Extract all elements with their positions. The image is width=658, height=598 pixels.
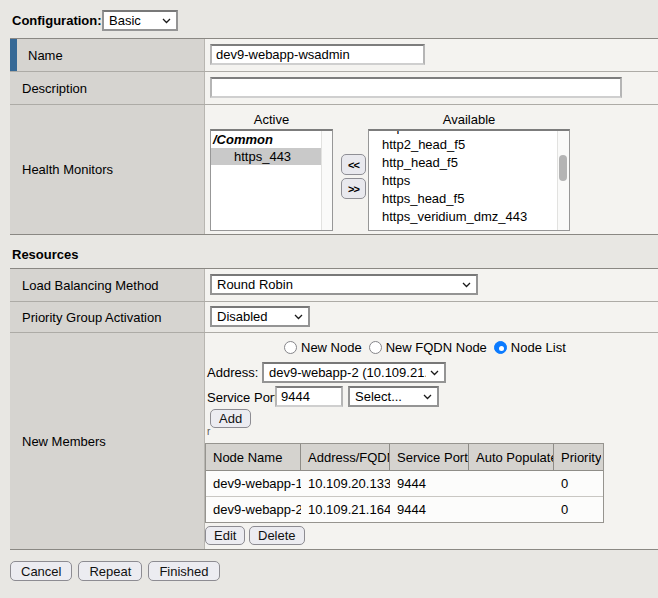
available-monitors-listbox[interactable]: http2 http2_head_f5 http_head_f5 https h… — [368, 129, 570, 231]
description-row: Description — [10, 72, 658, 105]
radio-label: New Node — [301, 340, 362, 355]
description-label: Description — [22, 81, 87, 96]
radio-new-node[interactable]: New Node — [284, 340, 362, 355]
move-to-active-button[interactable]: << — [341, 154, 366, 175]
description-input[interactable] — [210, 77, 622, 98]
radio-node-list[interactable]: Node List — [494, 340, 566, 355]
cell-node-name: dev9-webapp-2 — [206, 497, 301, 522]
cell-priority: 0 — [554, 471, 601, 496]
configuration-select-value: Basic — [109, 13, 141, 28]
members-table-header: Node Name Address/FQDN Service Port Auto… — [206, 444, 603, 471]
health-monitors-row: Health Monitors Active Available /Common… — [10, 105, 658, 235]
service-port-label: Service Port: — [207, 390, 281, 405]
available-list-label: Available — [368, 112, 570, 127]
available-monitor-item[interactable]: https_head_f5 — [369, 190, 557, 208]
header-service-port: Service Port — [390, 444, 469, 470]
available-listbox-scrollbar[interactable] — [557, 131, 569, 230]
cancel-button[interactable]: Cancel — [10, 561, 72, 581]
available-monitor-item[interactable]: http2_head_f5 — [369, 136, 557, 154]
priority-group-select[interactable]: Disabled — [210, 306, 310, 327]
radio-new-fqdn-node[interactable]: New FQDN Node — [369, 340, 487, 355]
radio-circle[interactable] — [284, 341, 297, 354]
radio-label: Node List — [511, 340, 566, 355]
header-node-name: Node Name — [206, 444, 301, 470]
load-balancing-select[interactable]: Round Robin — [210, 274, 478, 295]
member-row[interactable]: dev9-webapp-1 10.109.20.133 9444 0 — [206, 471, 603, 497]
cell-auto-populate — [469, 471, 554, 496]
stray-text: r — [207, 426, 210, 437]
chevron-down-icon — [423, 394, 432, 400]
scrollbar-thumb[interactable] — [559, 155, 567, 181]
cell-address-fqdn: 10.109.21.164 — [301, 497, 390, 522]
priority-group-label: Priority Group Activation — [22, 310, 161, 325]
load-balancing-select-value: Round Robin — [217, 277, 293, 292]
address-label: Address: — [207, 365, 258, 380]
edit-button[interactable]: Edit — [205, 526, 245, 545]
cell-auto-populate — [469, 497, 554, 522]
add-button[interactable]: Add — [210, 409, 251, 428]
footer-button-bar: Cancel Repeat Finished — [10, 561, 220, 581]
cell-service-port: 9444 — [390, 471, 469, 496]
load-balancing-label: Load Balancing Method — [22, 278, 159, 293]
active-list-label: Active — [210, 112, 333, 127]
address-select-value: dev9-webapp-2 (10.109.21.164) — [269, 365, 426, 380]
available-monitor-item[interactable]: https_veridium_dmz_443 — [369, 208, 557, 226]
new-members-label: New Members — [22, 434, 106, 449]
header-auto-populate: Auto Populate — [469, 444, 554, 470]
chevron-down-icon — [162, 18, 171, 24]
cell-address-fqdn: 10.109.20.133 — [301, 471, 390, 496]
resources-section-title: Resources — [12, 247, 78, 262]
cell-priority: 0 — [554, 497, 601, 522]
chevron-down-icon — [294, 314, 303, 320]
priority-group-row: Priority Group Activation Disabled — [10, 302, 658, 333]
finished-button[interactable]: Finished — [148, 561, 219, 581]
active-monitor-item[interactable]: https_443 — [211, 148, 332, 165]
name-input[interactable] — [210, 44, 425, 65]
delete-button[interactable]: Delete — [249, 526, 305, 545]
chevron-down-icon — [462, 282, 471, 288]
name-row: Name — [10, 39, 658, 72]
header-priority: Priority — [554, 444, 601, 470]
port-select[interactable]: Select... — [348, 386, 439, 407]
resources-table: Load Balancing Method Round Robin Priori… — [10, 268, 658, 550]
radio-circle[interactable] — [494, 341, 507, 354]
radio-label: New FQDN Node — [386, 340, 487, 355]
new-members-row: New Members New Node New FQDN Node Node … — [10, 333, 658, 550]
available-monitor-item[interactable]: https — [369, 172, 557, 190]
name-label: Name — [28, 48, 63, 63]
cell-node-name: dev9-webapp-1 — [206, 471, 301, 496]
chevron-down-icon — [430, 370, 439, 376]
node-type-radio-group: New Node New FQDN Node Node List — [284, 340, 573, 355]
active-listbox-scrollbar[interactable] — [321, 131, 332, 230]
members-table: Node Name Address/FQDN Service Port Auto… — [205, 443, 604, 523]
active-partition-item: /Common — [211, 131, 332, 148]
cell-service-port: 9444 — [390, 497, 469, 522]
address-select[interactable]: dev9-webapp-2 (10.109.21.164) — [262, 362, 446, 383]
available-monitor-item[interactable]: http_head_f5 — [369, 154, 557, 172]
configuration-table: Name Description Health Monitors Active … — [10, 38, 658, 235]
move-to-available-button[interactable]: >> — [341, 178, 366, 199]
member-row[interactable]: dev9-webapp-2 10.109.21.164 9444 0 — [206, 497, 603, 522]
service-port-input[interactable] — [275, 386, 343, 407]
header-address-fqdn: Address/FQDN — [301, 444, 390, 470]
health-monitors-label: Health Monitors — [22, 162, 113, 177]
configuration-select[interactable]: Basic — [102, 10, 178, 31]
active-monitors-listbox[interactable]: /Common https_443 — [210, 129, 333, 231]
priority-group-select-value: Disabled — [217, 309, 268, 324]
name-row-accent-bar — [10, 39, 17, 71]
port-select-value: Select... — [355, 389, 402, 404]
radio-circle[interactable] — [369, 341, 382, 354]
load-balancing-row: Load Balancing Method Round Robin — [10, 269, 658, 302]
configuration-label: Configuration: — [12, 13, 102, 28]
repeat-button[interactable]: Repeat — [78, 561, 142, 581]
